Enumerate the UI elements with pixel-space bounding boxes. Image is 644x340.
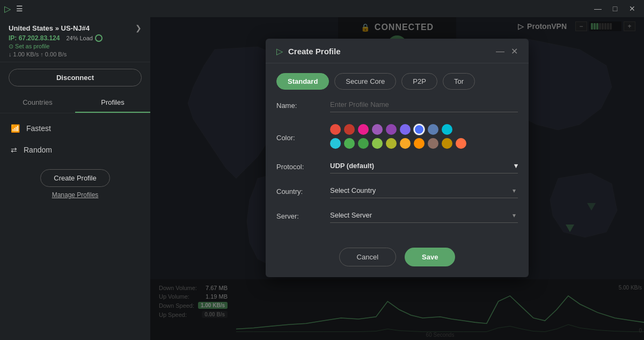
color-dot-row1-1[interactable] <box>344 124 355 135</box>
color-dot-row1-5[interactable] <box>400 124 411 135</box>
create-profile-dialog: ▷ Create Profile — ✕ Standard Secure Cor… <box>266 39 529 277</box>
fastest-label: Fastest <box>26 124 51 133</box>
profile-type-tabs: Standard Secure Core P2P Tor <box>266 63 529 97</box>
dialog-title: Create Profile <box>288 47 341 56</box>
name-label: Name: <box>276 97 319 110</box>
color-dot-row2-9[interactable] <box>456 138 466 149</box>
minimize-button[interactable]: — <box>590 3 605 15</box>
app-logo-icon: ▷ <box>4 4 11 14</box>
color-picker <box>330 122 518 149</box>
load-circle-icon <box>95 34 103 42</box>
cancel-button[interactable]: Cancel <box>339 248 396 266</box>
dialog-form: Name: Color: Protocol: <box>266 97 529 241</box>
hamburger-icon[interactable]: ☰ <box>16 4 23 13</box>
server-row: Server: Select Server ▾ <box>276 208 518 223</box>
dialog-header: ▷ Create Profile — ✕ <box>266 39 529 63</box>
color-dot-row1-3[interactable] <box>372 124 383 135</box>
close-button[interactable]: ✕ <box>625 3 640 15</box>
save-button[interactable]: Save <box>405 248 455 266</box>
dialog-title-row: ▷ Create Profile <box>276 46 341 56</box>
color-dot-row2-3[interactable] <box>372 138 383 149</box>
dialog-minimize-button[interactable]: — <box>496 47 504 56</box>
color-dot-row1-4[interactable] <box>386 124 397 135</box>
server-name: United States » US-NJ#4 <box>9 24 90 32</box>
color-row-1 <box>330 124 518 135</box>
color-dot-row1-6[interactable] <box>414 124 425 135</box>
color-row: Color: <box>276 122 518 149</box>
modal-overlay: ▷ Create Profile — ✕ Standard Secure Cor… <box>150 17 644 340</box>
protocol-arrow-icon: ▾ <box>514 162 518 170</box>
connection-info: United States » US-NJ#4 ❯ <box>9 24 142 32</box>
sidebar-item-random[interactable]: ⇄ Random <box>0 139 150 161</box>
server-field: Select Server ▾ <box>330 208 518 223</box>
color-dot-row2-4[interactable] <box>386 138 397 149</box>
color-dot-row2-1[interactable] <box>344 138 355 149</box>
sidebar-tabs: Countries Profiles <box>0 93 150 113</box>
profile-tab-p2p[interactable]: P2P <box>401 73 437 90</box>
name-input[interactable] <box>330 97 518 112</box>
chevron-icon[interactable]: ❯ <box>135 24 142 32</box>
ip-row: IP: 67.202.83.124 24% Load <box>9 34 142 42</box>
profile-tab-secure-core[interactable]: Secure Core <box>334 73 396 90</box>
country-row: Country: Select Country ▾ <box>276 183 518 198</box>
color-dot-row2-2[interactable] <box>358 138 369 149</box>
country-select[interactable]: Select Country <box>330 183 518 198</box>
color-dot-row2-5[interactable] <box>400 138 411 149</box>
tab-profiles[interactable]: Profiles <box>75 93 150 113</box>
protocol-value[interactable]: UDP (default) ▾ <box>330 158 518 173</box>
server-select[interactable]: Select Server <box>330 208 518 223</box>
protocol-label: Protocol: <box>276 158 319 171</box>
random-icon: ⇄ <box>11 146 17 154</box>
restore-button[interactable]: □ <box>608 3 623 15</box>
color-dot-row1-7[interactable] <box>428 124 438 135</box>
titlebar-left: ▷ ☰ <box>4 4 23 14</box>
random-label: Random <box>24 146 52 154</box>
protocol-select-wrapper: UDP (default) ▾ <box>330 158 518 173</box>
ip-address: IP: 67.202.83.124 <box>9 34 60 42</box>
profile-tab-tor[interactable]: Tor <box>443 73 475 90</box>
color-dot-row1-2[interactable] <box>358 124 369 135</box>
color-dot-row2-7[interactable] <box>428 138 438 149</box>
window-controls: — □ ✕ <box>590 3 640 15</box>
main-content: 🔒 CONNECTED ⌂ ▷ ProtonVPN − + <box>150 17 644 340</box>
server-load: 24% Load <box>66 34 103 42</box>
dialog-close-button[interactable]: ✕ <box>511 47 518 56</box>
protocol-row: Protocol: UDP (default) ▾ <box>276 158 518 173</box>
country-label: Country: <box>276 183 319 196</box>
country-select-wrapper: Select Country ▾ <box>330 183 518 198</box>
titlebar: ▷ ☰ — □ ✕ <box>0 0 644 17</box>
fastest-icon: 📶 <box>11 124 20 133</box>
dialog-header-controls: — ✕ <box>496 47 518 56</box>
color-row-2 <box>330 138 518 149</box>
profile-tab-standard[interactable]: Standard <box>276 73 329 90</box>
color-dot-row2-0[interactable] <box>330 138 341 149</box>
dialog-logo-icon: ▷ <box>276 46 283 56</box>
server-select-wrapper: Select Server ▾ <box>330 208 518 223</box>
color-label: Color: <box>276 129 319 142</box>
name-row: Name: <box>276 97 518 112</box>
tab-countries[interactable]: Countries <box>0 93 75 113</box>
create-profile-sidebar-button[interactable]: Create Profile <box>40 169 109 187</box>
speed-display: ↓ 1.00 KB/s ↑ 0.00 B/s <box>9 51 142 57</box>
color-dot-row2-8[interactable] <box>442 138 452 149</box>
color-dot-row1-0[interactable] <box>330 124 341 135</box>
create-profile-area: Create Profile Manage Profiles <box>0 169 150 199</box>
set-as-profile-link[interactable]: ⊙ Set as profile <box>9 43 142 50</box>
disconnect-button[interactable]: Disconnect <box>9 69 142 86</box>
name-field <box>330 97 518 112</box>
country-field: Select Country ▾ <box>330 183 518 198</box>
sidebar-item-fastest[interactable]: 📶 Fastest <box>0 118 150 139</box>
sidebar: United States » US-NJ#4 ❯ IP: 67.202.83.… <box>0 17 150 340</box>
protocol-field: UDP (default) ▾ <box>330 158 518 173</box>
dialog-footer: Cancel Save <box>266 241 529 277</box>
color-dot-row1-8[interactable] <box>442 124 452 135</box>
color-dot-row2-6[interactable] <box>414 138 425 149</box>
sidebar-header: United States » US-NJ#4 ❯ IP: 67.202.83.… <box>0 17 150 62</box>
server-label: Server: <box>276 208 319 220</box>
manage-profiles-link[interactable]: Manage Profiles <box>52 191 99 199</box>
